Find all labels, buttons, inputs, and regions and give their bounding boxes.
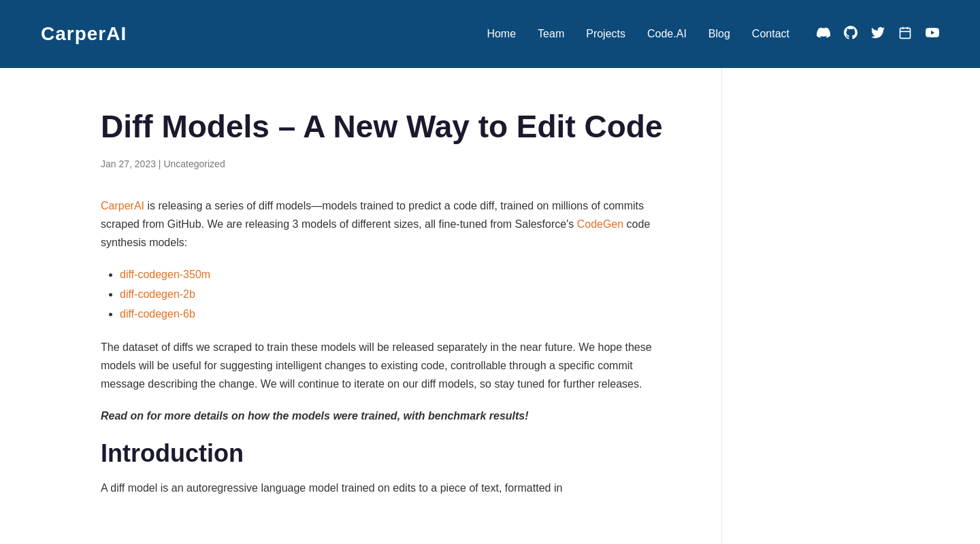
page-layout: Diff Models – A New Way to Edit Code Jan… bbox=[0, 68, 980, 544]
site-header: CarperAI Home Team Projects Code.AI Blog… bbox=[0, 0, 980, 68]
article-meta: Jan 27, 2023 | Uncategorized bbox=[101, 158, 667, 169]
intro-body: A diff model is an autoregressive langua… bbox=[101, 479, 667, 497]
list-item: diff-codegen-6b bbox=[120, 305, 667, 324]
main-content: Diff Models – A New Way to Edit Code Jan… bbox=[0, 68, 721, 544]
site-logo[interactable]: CarperAI bbox=[41, 23, 127, 45]
article-category[interactable]: Uncategorized bbox=[163, 158, 225, 169]
model-list: diff-codegen-350m diff-codegen-2b diff-c… bbox=[120, 265, 667, 324]
calendar-icon[interactable] bbox=[898, 26, 912, 43]
intro-text1: is releasing a series of diff models—mod… bbox=[101, 200, 644, 230]
discord-icon[interactable] bbox=[817, 26, 830, 43]
nav-codeai[interactable]: Code.AI bbox=[647, 28, 687, 40]
list-item: diff-codegen-2b bbox=[120, 285, 667, 305]
main-nav: Home Team Projects Code.AI Blog Contact bbox=[487, 26, 939, 43]
intro-heading: Introduction bbox=[101, 439, 667, 468]
article-date: Jan 27, 2023 bbox=[101, 158, 156, 169]
article-title: Diff Models – A New Way to Edit Code bbox=[101, 109, 667, 145]
codegen-link[interactable]: CodeGen bbox=[577, 218, 624, 230]
nav-contact[interactable]: Contact bbox=[752, 28, 789, 40]
sidebar bbox=[721, 68, 980, 544]
nav-projects[interactable]: Projects bbox=[586, 28, 625, 40]
model-link-6b[interactable]: diff-codegen-6b bbox=[120, 308, 195, 320]
nav-blog[interactable]: Blog bbox=[708, 28, 730, 40]
body-paragraph: The dataset of diffs we scraped to train… bbox=[101, 338, 667, 394]
twitter-icon[interactable] bbox=[871, 26, 885, 43]
svg-rect-0 bbox=[900, 28, 911, 38]
intro-paragraph: CarperAI is releasing a series of diff m… bbox=[101, 197, 667, 252]
list-item: diff-codegen-350m bbox=[120, 265, 667, 285]
github-icon[interactable] bbox=[844, 26, 858, 43]
nav-home[interactable]: Home bbox=[487, 28, 516, 40]
model-link-350m[interactable]: diff-codegen-350m bbox=[120, 269, 210, 280]
article-body: CarperAI is releasing a series of diff m… bbox=[101, 197, 667, 497]
social-icons bbox=[817, 26, 939, 43]
nav-team[interactable]: Team bbox=[538, 28, 564, 40]
model-link-2b[interactable]: diff-codegen-2b bbox=[120, 288, 195, 300]
youtube-icon[interactable] bbox=[926, 26, 939, 43]
carperai-link[interactable]: CarperAI bbox=[101, 200, 144, 211]
italic-note: Read on for more details on how the mode… bbox=[101, 407, 667, 425]
